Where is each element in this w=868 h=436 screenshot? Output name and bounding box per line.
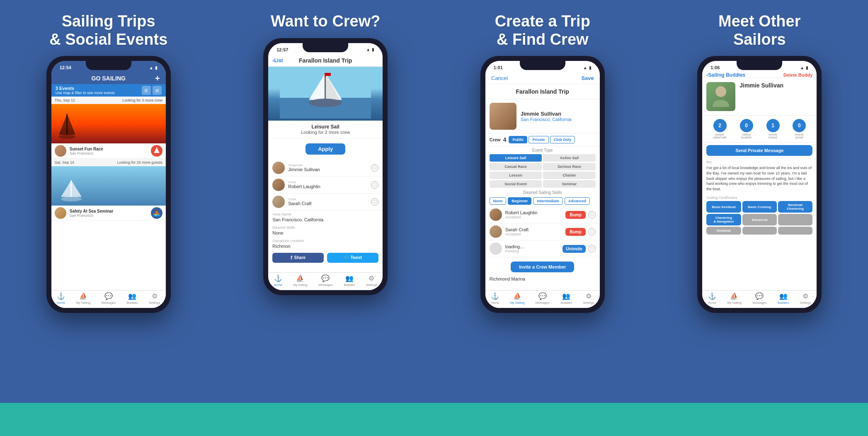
tw-label: Tweet — [350, 255, 362, 260]
fb-icon: f — [291, 255, 292, 261]
crew-row-1: Crew Robert Laughlin ⓘ — [268, 177, 383, 194]
save-button-3[interactable]: Save — [581, 75, 594, 81]
nav-settings-4[interactable]: ⚙ Settings — [800, 292, 811, 305]
home-icon: ⚓ — [57, 292, 65, 300]
type-seminar[interactable]: Seminar — [543, 180, 596, 188]
nav-messages-1[interactable]: 💬 Messages — [102, 292, 116, 305]
cert-keelboat[interactable]: Keelboat — [706, 227, 741, 235]
nav-right-4[interactable]: Delete Buddy — [783, 73, 812, 78]
nav-bar-1: GO SAILING + — [51, 73, 166, 84]
skill-intermediate[interactable]: Intermediate — [533, 197, 563, 205]
add-button-1[interactable]: + — [155, 74, 160, 83]
event-loc-2: San Francisco — [70, 213, 151, 218]
back-button-4[interactable]: ‹ Sailing Buddies — [706, 72, 745, 78]
content-1: Thu, Sep 12 Looking for 3 more crew — [51, 97, 166, 290]
nav-home-4[interactable]: ⚓ Home — [708, 292, 716, 305]
nav-mysailing-3[interactable]: ⛵ My Sailing — [510, 292, 525, 305]
nav-title-2: Farallon Island Trip — [299, 57, 352, 64]
crew-info-btn-row-2[interactable]: ⓘ — [588, 228, 596, 235]
battery-icon: ▮ — [155, 65, 158, 70]
nav-home-3[interactable]: ⚓ Home — [491, 292, 499, 305]
type-active-sail[interactable]: Active Sail — [543, 154, 596, 162]
facebook-share-btn[interactable]: f Share — [272, 253, 324, 263]
bump-btn-2[interactable]: Bump — [565, 228, 585, 236]
event-image-ocean[interactable] — [51, 166, 166, 206]
skill-advanced[interactable]: Advanced — [565, 197, 590, 205]
time-4: 1:06 — [710, 65, 720, 70]
date-2: Sat, Sep 14 — [55, 160, 74, 165]
nav-bar-4: ‹ Sailing Buddies Delete Buddy — [702, 73, 817, 78]
sailing-icon: ⛵ — [79, 292, 87, 300]
crew-info-btn-row-1[interactable]: ⓘ — [588, 211, 596, 218]
nav-home-1[interactable]: ⚓ Home — [57, 292, 65, 305]
phone-3: 1:01 ▲ ▮ Cancel Save Farallon Island Tri… — [480, 56, 605, 313]
nav-mysailing-2[interactable]: ⛵ My Sailing — [293, 274, 308, 287]
invite-crew-button[interactable]: Invite a Crew Member — [511, 262, 574, 272]
club-only-btn[interactable]: Club Only — [550, 136, 575, 143]
crew-info-btn-2[interactable]: ⓘ — [371, 198, 378, 206]
cert-basic-cruising[interactable]: Basic Cruising — [742, 201, 777, 213]
nav-buddies-1[interactable]: 👥 Buddies — [127, 292, 138, 305]
crew-info-btn-1[interactable]: ⓘ — [371, 181, 378, 189]
status-icons-1: ▲ ▮ — [149, 65, 158, 70]
bump-btn-1[interactable]: Bump — [565, 211, 585, 219]
nav-messages-2[interactable]: 💬 Messages — [318, 274, 332, 287]
cert-empty-1 — [778, 214, 812, 225]
skill-beginner[interactable]: Beginner — [508, 197, 531, 205]
nav-messages-3[interactable]: 💬 Messages — [536, 292, 550, 305]
phone-notch-4 — [737, 61, 782, 70]
home-icon-4: ⚓ — [708, 292, 716, 300]
type-social-event[interactable]: Social Event — [490, 180, 542, 188]
type-serious-race[interactable]: Serious Race — [543, 163, 596, 170]
map-icon[interactable]: ☰ — [142, 86, 151, 95]
settings-icon: ⚙ — [152, 292, 158, 300]
uninvite-btn[interactable]: Uninvite — [563, 245, 585, 253]
skill-none[interactable]: None — [490, 197, 507, 205]
private-btn[interactable]: Private — [529, 136, 548, 143]
back-button-2[interactable]: ‹ List — [272, 58, 283, 63]
nav-messages-4[interactable]: 💬 Messages — [752, 292, 766, 305]
apply-button[interactable]: Apply — [305, 143, 345, 155]
crew-count-row: Crew 4 Public Private Club Only — [485, 133, 600, 146]
cert-advanced[interactable]: Advanced — [742, 214, 777, 225]
event-image-sunset[interactable] — [51, 104, 166, 143]
nav-settings-1[interactable]: ⚙ Settings — [149, 292, 160, 305]
organizer-info-btn[interactable]: ⓘ — [371, 164, 378, 172]
crew-member-row-3: loading... Pending Uninvite ⓘ — [485, 240, 600, 257]
buddies-icon-3: 👥 — [562, 292, 570, 300]
bottom-nav-3: ⚓ Home ⛵ My Sailing 💬 Messages 👥 Buddies… — [485, 290, 600, 308]
cancel-button-3[interactable]: Cancel — [491, 75, 508, 81]
date-row-2: Sat, Sep 14 Looking for 20 more guests — [51, 159, 166, 166]
cert-chartering-nav[interactable]: Chartering& Navigation — [706, 214, 741, 225]
nav-buddies-2[interactable]: 👥 Buddies — [344, 274, 355, 287]
twitter-share-btn[interactable]: 🐦 Tweet — [327, 253, 378, 263]
cert-basic-keelboat[interactable]: Basic Keelboat — [706, 201, 741, 213]
crew-member-name-3: loading... — [505, 244, 563, 249]
nav-mysailing-1[interactable]: ⛵ My Sailing — [76, 292, 91, 305]
event-info-row-1[interactable]: Sunset Fun Race San Francisco — [51, 143, 166, 159]
type-casual-race[interactable]: Casual Race — [490, 163, 542, 170]
type-leisure-sail[interactable]: Leisure Sail — [490, 154, 542, 162]
event-text-1: Sunset Fun Race San Francisco — [70, 147, 151, 155]
send-message-button[interactable]: Send Private Message — [706, 145, 812, 156]
bio-section: Bio I've got a lot of local knowledge an… — [702, 158, 817, 194]
type-charter[interactable]: Charter — [543, 172, 596, 179]
nav-settings-3[interactable]: ⚙ Settings — [583, 292, 594, 305]
public-btn[interactable]: Public — [509, 136, 527, 143]
buddies-label-2: Buddies — [344, 283, 355, 287]
wifi-icon: ▲ — [149, 65, 153, 70]
nav-buddies-3[interactable]: 👥 Buddies — [561, 292, 572, 305]
type-lesson[interactable]: Lesson — [490, 172, 542, 179]
nav-settings-2[interactable]: ⚙ Settings — [366, 274, 377, 287]
skills-section: Desired Skills None — [268, 224, 383, 237]
nav-mysailing-4[interactable]: ⛵ My Sailing — [727, 292, 742, 305]
grid-icon[interactable]: ⊞ — [153, 86, 162, 95]
cert-bareboat[interactable]: BareboatChartering — [778, 201, 812, 213]
event-info-row-2[interactable]: Safety At Sea Seminar San Francisco 🚣 — [51, 206, 166, 221]
crew-info-2: Looking for 20 more guests — [117, 160, 162, 165]
nav-home-2[interactable]: ⚓ Home — [274, 274, 282, 287]
trip-sail-bg — [268, 67, 383, 121]
organizer-info: Organizer Jimmie Sullivan — [288, 163, 371, 172]
nav-buddies-4[interactable]: 👥 Buddies — [778, 292, 789, 305]
crew-info-btn-row-3[interactable]: ⓘ — [588, 245, 596, 252]
